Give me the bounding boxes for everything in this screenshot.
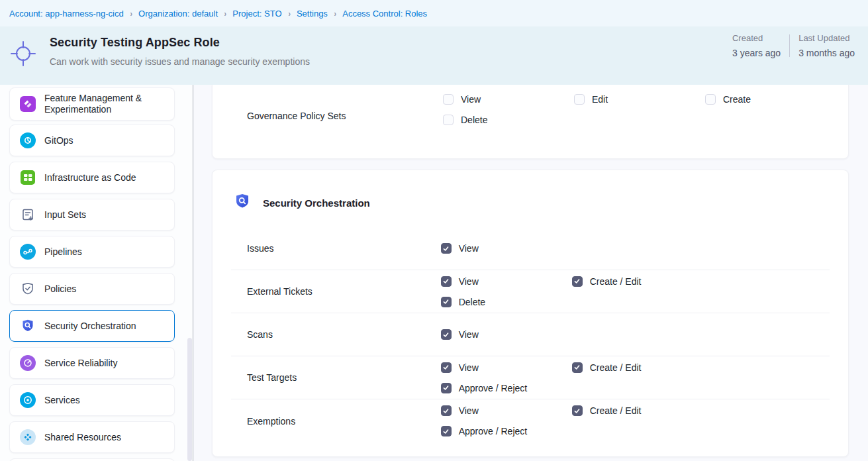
checkbox-icon[interactable] bbox=[572, 405, 583, 416]
sidebar-item-label: Pipelines bbox=[44, 246, 82, 258]
checkbox-icon[interactable] bbox=[443, 115, 454, 125]
checkbox-icon[interactable] bbox=[441, 243, 452, 254]
sidebar-item-infrastructure-as-code[interactable]: Infrastructure as Code bbox=[9, 162, 175, 193]
sidebar-item-label: Feature Management & Experimentation bbox=[44, 93, 168, 115]
permission-view[interactable]: View bbox=[441, 276, 572, 287]
services-icon bbox=[20, 392, 36, 408]
checkbox-icon[interactable] bbox=[441, 426, 452, 436]
sidebar-item-label: Infrastructure as Code bbox=[44, 172, 136, 183]
governance-policy-sets-section: Governance Policy Sets View Edit Create bbox=[212, 85, 849, 159]
page-header: Security Testing AppSec Role Can work wi… bbox=[0, 26, 868, 85]
role-details-page: Account: app-harness-ng-cicd › Organizat… bbox=[0, 0, 868, 461]
sidebar-item-services[interactable]: Services bbox=[9, 384, 175, 416]
breadcrumb-project[interactable]: Project: STO bbox=[232, 9, 281, 19]
breadcrumb-separator-icon: › bbox=[288, 9, 290, 19]
resource-sidebar: Feature Management & Experimentation Git… bbox=[0, 85, 193, 461]
created-value: 3 years ago bbox=[732, 48, 781, 58]
sidebar-item-partial[interactable] bbox=[9, 458, 175, 461]
security-orchestration-shield-icon bbox=[234, 193, 251, 213]
sidebar-item-service-reliability[interactable]: Service Reliability bbox=[9, 347, 175, 379]
permission-create[interactable]: Create bbox=[705, 94, 836, 105]
sidebar-item-label: GitOps bbox=[44, 135, 73, 146]
sidebar-item-input-sets[interactable]: Input Sets bbox=[9, 199, 175, 230]
policies-icon bbox=[20, 281, 36, 297]
permission-edit[interactable]: Edit bbox=[574, 94, 705, 105]
service-reliability-icon bbox=[20, 355, 36, 371]
checkbox-icon[interactable] bbox=[441, 297, 452, 307]
permission-create-edit[interactable]: Create / Edit bbox=[572, 276, 703, 287]
row-external-tickets: External Tickets View Create / Edit bbox=[231, 270, 830, 313]
breadcrumb-separator-icon: › bbox=[334, 9, 336, 19]
checkbox-icon[interactable] bbox=[441, 383, 452, 393]
last-updated-value: 3 months ago bbox=[798, 48, 855, 58]
checkbox-icon[interactable] bbox=[572, 362, 583, 373]
permission-view[interactable]: View bbox=[441, 362, 572, 373]
page-title: Security Testing AppSec Role bbox=[50, 36, 314, 50]
checkbox-icon[interactable] bbox=[572, 276, 583, 287]
resource-label: Scans bbox=[247, 329, 441, 340]
meta-divider bbox=[789, 34, 790, 57]
resource-label: External Tickets bbox=[247, 286, 441, 297]
sidebar-item-security-orchestration[interactable]: Security Orchestration bbox=[9, 310, 175, 342]
breadcrumb-settings[interactable]: Settings bbox=[297, 9, 328, 19]
resource-label: Test Targets bbox=[247, 372, 441, 383]
sidebar-item-label: Input Sets bbox=[44, 209, 86, 221]
sidebar-item-label: Policies bbox=[44, 283, 76, 295]
breadcrumb-access-control-roles[interactable]: Access Control: Roles bbox=[342, 9, 427, 19]
sidebar-item-pipelines[interactable]: Pipelines bbox=[9, 236, 175, 268]
row-issues: Issues View bbox=[231, 227, 830, 270]
governance-permissions: View Edit Create Delete bbox=[443, 94, 836, 158]
role-meta: Created 3 years ago Last Updated 3 month… bbox=[732, 33, 855, 58]
breadcrumb-account[interactable]: Account: app-harness-ng-cicd bbox=[9, 9, 124, 19]
sidebar-scrollbar-thumb[interactable] bbox=[187, 338, 192, 461]
sidebar-item-label: Shared Resources bbox=[44, 432, 121, 443]
sidebar-item-shared-resources[interactable]: Shared Resources bbox=[9, 421, 175, 453]
sidebar-item-label: Services bbox=[44, 395, 80, 406]
permission-view[interactable]: View bbox=[441, 405, 572, 416]
breadcrumb: Account: app-harness-ng-cicd › Organizat… bbox=[0, 0, 868, 26]
feature-flags-icon bbox=[20, 96, 36, 112]
resource-label: Governance Policy Sets bbox=[247, 111, 443, 158]
resource-label: Issues bbox=[247, 243, 441, 254]
sidebar-item-gitops[interactable]: GitOps bbox=[9, 125, 175, 156]
permissions-panel: Governance Policy Sets View Edit Create bbox=[193, 85, 868, 461]
last-updated-label: Last Updated bbox=[798, 33, 855, 43]
checkbox-icon[interactable] bbox=[441, 362, 452, 373]
checkbox-icon[interactable] bbox=[441, 329, 452, 340]
permission-delete[interactable]: Delete bbox=[441, 297, 572, 307]
permission-view[interactable]: View bbox=[441, 243, 572, 254]
permission-view[interactable]: View bbox=[441, 329, 572, 340]
security-orchestration-section: Security Orchestration Issues View bbox=[212, 170, 849, 457]
section-title: Security Orchestration bbox=[263, 197, 370, 209]
breadcrumb-separator-icon: › bbox=[130, 9, 132, 19]
checkbox-icon[interactable] bbox=[705, 94, 716, 105]
sidebar-item-label: Security Orchestration bbox=[44, 321, 136, 332]
sidebar-item-label: Service Reliability bbox=[44, 358, 117, 369]
checkbox-icon[interactable] bbox=[574, 94, 585, 105]
section-header: Security Orchestration bbox=[213, 170, 848, 213]
sidebar-item-feature-management[interactable]: Feature Management & Experimentation bbox=[9, 87, 175, 121]
gitops-icon bbox=[20, 132, 36, 148]
permission-create-edit[interactable]: Create / Edit bbox=[572, 405, 703, 416]
permission-rows: Issues View External Tickets bbox=[213, 227, 848, 442]
checkbox-icon[interactable] bbox=[441, 276, 452, 287]
page-body: Feature Management & Experimentation Git… bbox=[0, 85, 868, 461]
permission-approve-reject[interactable]: Approve / Reject bbox=[441, 383, 572, 393]
row-scans: Scans View bbox=[231, 313, 830, 356]
sidebar-item-policies[interactable]: Policies bbox=[9, 273, 175, 305]
checkbox-icon[interactable] bbox=[443, 94, 454, 105]
row-exemptions: Exemptions View Create / Edit bbox=[231, 399, 830, 442]
permission-approve-reject[interactable]: Approve / Reject bbox=[441, 426, 572, 436]
infrastructure-as-code-icon bbox=[20, 170, 36, 185]
permission-delete[interactable]: Delete bbox=[443, 115, 574, 125]
pipelines-icon bbox=[20, 244, 36, 260]
crosshair-role-icon bbox=[8, 38, 38, 69]
resource-label: Exemptions bbox=[247, 416, 441, 427]
permission-view[interactable]: View bbox=[443, 94, 574, 105]
permission-create-edit[interactable]: Create / Edit bbox=[572, 362, 703, 373]
role-description: Can work with security issues and manage… bbox=[50, 56, 314, 68]
created-label: Created bbox=[732, 33, 781, 43]
checkbox-icon[interactable] bbox=[441, 405, 452, 416]
breadcrumb-organization[interactable]: Organization: default bbox=[138, 9, 218, 19]
shared-resources-icon bbox=[20, 429, 36, 445]
